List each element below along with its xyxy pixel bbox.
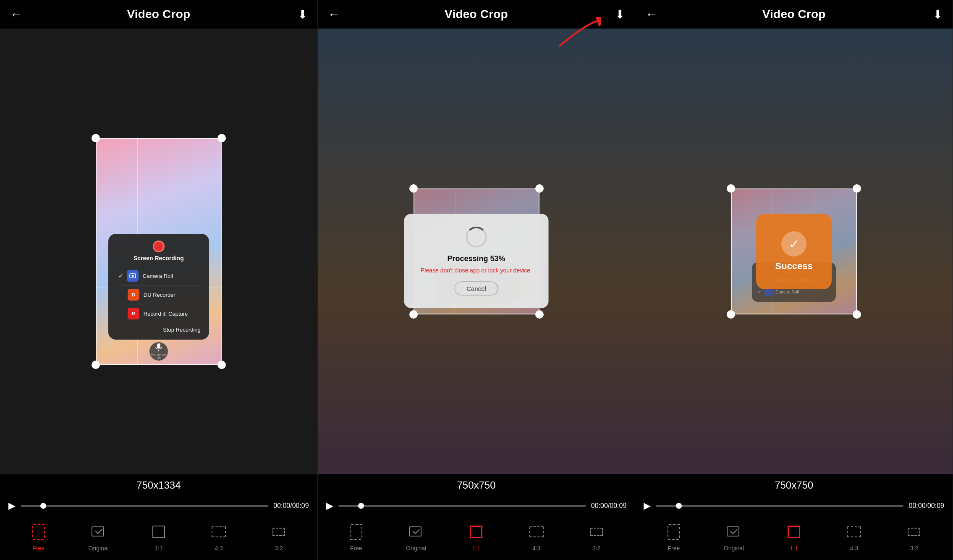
crop-original-label-2: Original [406, 545, 426, 552]
crop-11-label-1: 1:1 [154, 545, 162, 552]
title-2: Video Crop [445, 8, 508, 21]
dimension-label-2: 750x750 [318, 474, 635, 496]
crop-corner-br-3[interactable] [853, 310, 861, 319]
crop-free-1[interactable]: Free [28, 521, 49, 552]
red-arrow [551, 17, 601, 52]
play-button-3[interactable]: ▶ [644, 500, 651, 511]
bottom-toolbar-3: Free Original 1:1 4:3 [635, 516, 953, 560]
crop-32-2[interactable]: 3:2 [586, 521, 607, 552]
download-button-1[interactable]: ⬇ [298, 8, 307, 21]
dimension-label-3: 750x750 [635, 474, 953, 496]
crop-32-label-3: 3:2 [910, 545, 918, 552]
crop-11-2[interactable]: 1:1 [466, 521, 487, 552]
crop-corner-tr-2[interactable] [535, 184, 544, 193]
svg-rect-4 [92, 527, 104, 536]
timeline-1: ▶ 00:00/00:09 [0, 496, 317, 516]
download-button-2[interactable]: ⬇ [615, 8, 625, 21]
crop-original-label-1: Original [89, 545, 109, 552]
crop-free-icon-2 [346, 521, 367, 542]
crop-32-1[interactable]: 3:2 [268, 521, 289, 552]
video-content-1: Tap to Record onTap to prevent unrecorde… [96, 138, 222, 365]
back-button-1[interactable]: ← [10, 7, 23, 21]
crop-corner-tr-1[interactable] [217, 134, 226, 142]
stop-btn-1[interactable]: Stop Recording [117, 323, 201, 333]
panel-3: ← Video Crop ⬇ Screen Recording [635, 0, 953, 560]
crop-32-icon-3 [903, 521, 924, 542]
crop-original-3[interactable]: Original [723, 521, 744, 552]
rec-item-camera-1[interactable]: ✓ Camera Roll [117, 267, 201, 285]
crop-43-label-1: 4:3 [215, 545, 223, 552]
recording-header-1: Screen Recording [117, 241, 201, 262]
crop-original-icon-1 [88, 521, 109, 542]
crop-free-2[interactable]: Free [346, 521, 367, 552]
back-button-3[interactable]: ← [645, 7, 658, 21]
spinner [466, 227, 487, 248]
download-button-3[interactable]: ⬇ [933, 8, 943, 21]
crop-11-icon-1 [148, 521, 169, 542]
bottom-toolbar-2: Free Original 1:1 4:3 [318, 516, 635, 560]
crop-corner-br-2[interactable] [535, 310, 544, 319]
camera-icon-1 [127, 270, 139, 282]
timeline-thumb-2[interactable] [358, 503, 364, 509]
crop-corner-bl-3[interactable] [727, 310, 735, 319]
crop-original-1[interactable]: Original [88, 521, 109, 552]
cancel-button[interactable]: Cancel [454, 281, 498, 295]
crop-corner-br-1[interactable] [217, 361, 226, 369]
svg-rect-7 [727, 527, 739, 536]
crop-43-icon-3 [843, 521, 864, 542]
timeline-2: ▶ 00:00/00:09 [318, 496, 635, 516]
svg-point-1 [131, 275, 134, 277]
crop-corner-bl-2[interactable] [409, 310, 418, 319]
crop-free-label-3: Free [668, 545, 680, 552]
video-area-1: Tap to Record onTap to prevent unrecorde… [0, 29, 317, 474]
crop-11-icon-3 [783, 521, 804, 542]
crop-original-label-3: Original [724, 545, 744, 552]
crop-11-label-2: 1:1 [472, 545, 480, 552]
crop-free-icon-1 [28, 521, 49, 542]
crop-11-3[interactable]: 1:1 [783, 521, 804, 552]
crop-11-label-3: 1:1 [790, 545, 798, 552]
timeline-track-2[interactable] [338, 505, 586, 507]
crop-11-icon-2 [466, 521, 487, 542]
crop-free-icon-3 [663, 521, 684, 542]
camera-label-bg-3: Camera Roll [775, 290, 799, 294]
rec-item-du-1[interactable]: D DU Recorder [117, 285, 201, 304]
panel-2: ← Video Crop ⬇ [318, 0, 636, 560]
crop-11-1[interactable]: 1:1 [148, 521, 169, 552]
processing-warning: Please don't close app or lock your devi… [421, 267, 532, 275]
crop-32-label-2: 3:2 [592, 545, 600, 552]
rec-item-recordit-1[interactable]: R Record it! Capture [117, 304, 201, 323]
crop-43-3[interactable]: 4:3 [843, 521, 864, 552]
crop-free-label-2: Free [350, 545, 362, 552]
recordit-icon-1: R [128, 308, 139, 319]
play-button-2[interactable]: ▶ [326, 500, 333, 511]
timeline-track-1[interactable] [21, 505, 268, 507]
crop-corner-bl-1[interactable] [92, 361, 100, 369]
crop-corner-tl-2[interactable] [409, 184, 418, 193]
crop-original-2[interactable]: Original [406, 521, 427, 552]
title-1: Video Crop [127, 8, 190, 21]
video-area-3: Screen Recording ✓ Camera Roll ✓ Success [635, 29, 953, 474]
timeline-time-3: 00:00/00:09 [908, 502, 944, 510]
du-icon-1: D [128, 289, 139, 301]
crop-43-1[interactable]: 4:3 [208, 521, 229, 552]
play-button-1[interactable]: ▶ [8, 500, 16, 511]
back-button-2[interactable]: ← [328, 7, 340, 21]
mic-button-1[interactable]: MicrophoneOff [149, 342, 168, 361]
camera-label-1: Camera Roll [143, 273, 173, 279]
dimension-label-1: 750x1334 [0, 474, 317, 496]
crop-32-3[interactable]: 3:2 [903, 521, 924, 552]
crop-corner-tl-1[interactable] [92, 134, 100, 142]
crop-corner-tr-3[interactable] [853, 184, 861, 193]
header-3: ← Video Crop ⬇ [635, 0, 953, 29]
du-label-1: DU Recorder [144, 292, 175, 298]
crop-43-2[interactable]: 4:3 [526, 521, 547, 552]
timeline-thumb-1[interactable] [40, 503, 46, 509]
rec-dot-1 [153, 241, 165, 252]
processing-title: Processing 53% [421, 254, 532, 263]
timeline-thumb-3[interactable] [676, 503, 682, 509]
crop-free-3[interactable]: Free [663, 521, 684, 552]
crop-32-label-1: 3:2 [275, 545, 283, 552]
processing-dialog: Processing 53% Please don't close app or… [404, 214, 549, 308]
timeline-track-3[interactable] [656, 505, 903, 507]
